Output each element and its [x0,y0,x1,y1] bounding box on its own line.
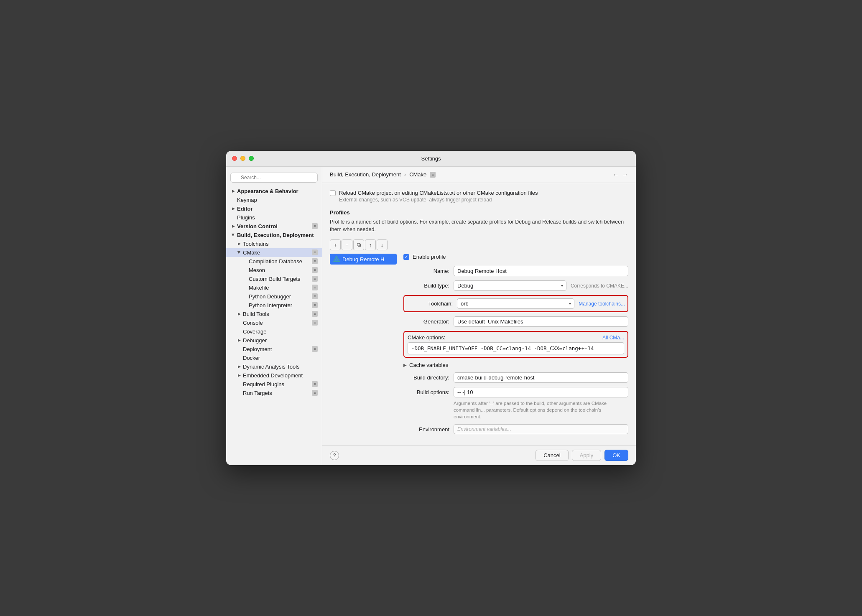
sidebar-item-debugger[interactable]: ▶ Debugger [226,336,322,345]
sidebar-item-deployment[interactable]: Deployment ≡ [226,345,322,354]
cancel-button[interactable]: Cancel [536,450,568,461]
env-label: Environment [403,426,449,433]
sidebar-item-label: Dynamic Analysis Tools [243,364,318,370]
nav-forward-button[interactable]: → [622,171,628,178]
arrow-icon: ▶ [236,337,242,343]
sidebar-item-label: Embedded Development [243,372,318,379]
sidebar-item-label: Toolchains [243,241,318,247]
enable-profile-checkbox[interactable]: ✓ [403,254,409,260]
sidebar-item-required-plugins[interactable]: Required Plugins ≡ [226,380,322,389]
sidebar-item-label: Custom Build Targets [249,276,312,282]
sidebar-item-coverage[interactable]: Coverage [226,327,322,336]
enable-profile-row: ✓ Enable profile [403,254,628,260]
generator-input[interactable] [454,316,628,327]
sidebar-item-custom-build[interactable]: Custom Build Targets ≡ [226,275,322,283]
sidebar-item-build-exec-deploy[interactable]: ▶ Build, Execution, Deployment [226,231,322,239]
sidebar-item-label: Python Interpreter [249,302,312,308]
sidebar-item-python-debugger[interactable]: Python Debugger ≡ [226,292,322,301]
arrow-icon: ▶ [236,372,242,378]
name-label: Name: [403,268,449,274]
move-up-button[interactable]: ↑ [365,239,376,250]
spacer [230,214,236,220]
arrow-icon: ▶ [230,188,236,194]
sidebar-item-makefile[interactable]: Makefile ≡ [226,283,322,292]
all-cmake-link[interactable]: All CMa... [602,335,624,341]
add-profile-button[interactable]: + [330,239,341,250]
build-type-select[interactable]: Debug Release RelWithDebInfo MinSizeRel [454,280,566,291]
arrow-icon: ▶ [230,206,236,211]
sidebar-item-plugins[interactable]: Plugins [226,213,322,222]
arrow-icon: ▶ [230,232,236,238]
badge-icon: ≡ [312,390,318,396]
sidebar-item-build-tools[interactable]: ▶ Build Tools ≡ [226,310,322,318]
badge-icon: ≡ [312,320,318,326]
sidebar-item-label: Deployment [243,346,312,352]
spacer [236,320,242,326]
name-row: Name: [403,266,628,276]
sidebar-item-toolchains[interactable]: ▶ Toolchains [226,239,322,248]
name-input[interactable] [454,266,628,276]
sidebar-item-label: CMake [243,249,312,256]
sidebar-item-version-control[interactable]: ▶ Version Control ≡ [226,222,322,231]
copy-profile-button[interactable]: ⧉ [353,239,364,250]
minimize-button[interactable] [240,156,245,161]
build-dir-input[interactable] [454,372,628,383]
sidebar-item-label: Coverage [243,328,318,335]
reload-checkbox-sublabel: External changes, such as VCS update, al… [339,197,538,203]
env-hint[interactable]: Environment variables... [454,424,628,434]
arrow-icon: ▶ [236,364,242,369]
sidebar-item-meson[interactable]: Meson ≡ [226,266,322,275]
cmake-options-input[interactable] [408,342,624,354]
titlebar: Settings [226,151,636,167]
cmake-icon [333,256,340,262]
manage-toolchains-link[interactable]: Manage toolchains... [579,301,625,307]
sidebar-item-embedded-dev[interactable]: ▶ Embedded Development [226,371,322,380]
reload-checkbox[interactable] [330,190,336,196]
build-options-hint: Arguments after '--' are passed to the b… [454,400,628,420]
window-title: Settings [421,155,441,162]
help-button[interactable]: ? [330,451,339,460]
nav-back-button[interactable]: ← [612,171,619,178]
arrow-icon: ▶ [236,311,242,317]
profile-item-debug-remote[interactable]: Debug Remote H [330,254,397,265]
sidebar-item-dynamic-analysis[interactable]: ▶ Dynamic Analysis Tools [226,362,322,371]
sidebar-item-label: Docker [243,355,318,361]
cache-vars-arrow-icon: ▶ [403,363,407,367]
generator-label: Generator: [403,318,449,325]
sidebar-item-label: Compilation Database [249,258,312,265]
cache-vars-row[interactable]: ▶ Cache variables [403,362,628,368]
spacer [242,267,248,273]
toolchain-select[interactable]: orb [457,298,574,309]
badge-icon: ≡ [312,285,318,290]
environment-row: Environment Environment variables... [403,424,628,434]
remove-profile-button[interactable]: − [342,239,352,250]
main-panel: Build, Execution, Deployment › CMake ≡ ←… [322,167,636,466]
sidebar-item-cmake[interactable]: ▶ CMake ≡ [226,248,322,257]
sidebar-item-python-interpreter[interactable]: Python Interpreter ≡ [226,301,322,310]
build-options-label: Build options: [403,389,449,395]
spacer [236,346,242,352]
sidebar: 🔍 ▶ Appearance & Behavior Keymap ▶ Edito… [226,167,322,466]
sidebar-item-run-targets[interactable]: Run Targets ≡ [226,389,322,397]
search-bar: 🔍 [226,170,322,185]
profile-item-label: Debug Remote H [342,256,384,262]
build-options-input[interactable] [454,387,628,397]
search-input[interactable] [230,173,318,183]
sidebar-item-label: Plugins [237,214,318,221]
sidebar-item-docker[interactable]: Docker [226,354,322,362]
breadcrumb-parent[interactable]: Build, Execution, Deployment [330,171,401,178]
spacer [230,197,236,203]
move-down-button[interactable]: ↓ [377,239,388,250]
badge-icon: ≡ [312,249,318,255]
close-button[interactable] [232,156,237,161]
sidebar-item-label: Debugger [243,337,318,344]
sidebar-item-editor[interactable]: ▶ Editor [226,204,322,213]
sidebar-item-appearance[interactable]: ▶ Appearance & Behavior [226,187,322,196]
ok-button[interactable]: OK [604,450,628,461]
apply-button[interactable]: Apply [572,450,602,461]
sidebar-item-keymap[interactable]: Keymap [226,196,322,204]
maximize-button[interactable] [249,156,254,161]
sidebar-item-console[interactable]: Console ≡ [226,318,322,327]
sidebar-item-compilation-db[interactable]: Compilation Database ≡ [226,257,322,266]
traffic-lights [232,156,254,161]
